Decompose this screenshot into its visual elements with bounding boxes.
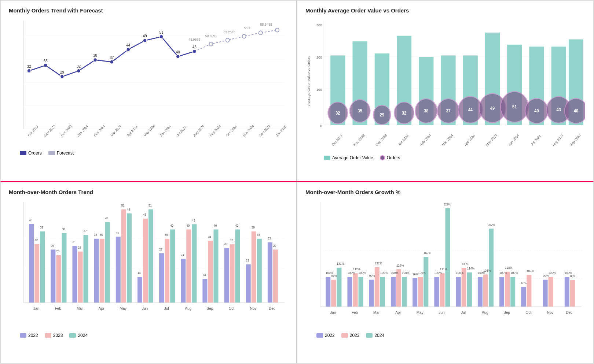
panel1-legend: Orders Forecast [9, 151, 288, 156]
svg-text:34: 34 [208, 235, 211, 238]
legend-orders2-color [380, 155, 385, 160]
svg-rect-166 [192, 224, 197, 302]
svg-rect-245 [467, 272, 472, 307]
panel1-title: Monthly Orders Trend with Forecast [9, 7, 288, 14]
svg-point-32 [192, 49, 196, 53]
svg-text:29: 29 [60, 70, 64, 74]
legend-2022-color [20, 333, 26, 338]
legend4-2023: 2023 [341, 333, 360, 338]
svg-text:31: 31 [72, 240, 76, 244]
svg-point-35 [242, 34, 246, 38]
svg-point-23 [44, 63, 47, 67]
svg-rect-201 [326, 277, 330, 307]
svg-text:35: 35 [165, 233, 168, 237]
svg-rect-171 [202, 279, 207, 303]
svg-text:Jun 2024: Jun 2024 [160, 125, 172, 137]
svg-text:114%: 114% [467, 267, 475, 270]
svg-text:40: 40 [170, 224, 173, 227]
svg-point-37 [275, 28, 279, 32]
legend4-2024: 2024 [366, 333, 384, 338]
svg-text:Dec 2023: Dec 2023 [60, 124, 73, 137]
svg-text:Nov: Nov [547, 310, 554, 315]
svg-text:108%: 108% [483, 268, 491, 272]
svg-text:100%: 100% [347, 271, 355, 275]
svg-text:32: 32 [336, 111, 340, 115]
svg-text:Jul: Jul [461, 310, 466, 315]
legend-orders2: Orders [380, 155, 400, 160]
svg-rect-230 [418, 277, 423, 307]
svg-text:Aug: Aug [185, 306, 191, 311]
svg-rect-117 [40, 231, 45, 302]
panel4-title: Month-over-Month Orders Growth % [305, 189, 585, 195]
svg-text:Oct 2023: Oct 2023 [27, 125, 39, 137]
svg-text:May 2024: May 2024 [485, 133, 498, 147]
svg-point-26 [94, 58, 97, 62]
svg-text:40: 40 [213, 224, 217, 227]
svg-text:100%: 100% [456, 271, 464, 275]
legend-forecast: Forecast [48, 151, 74, 156]
svg-text:43: 43 [192, 45, 197, 49]
svg-text:29: 29 [273, 244, 276, 247]
svg-point-29 [143, 38, 147, 42]
panel3-legend: 2022 2023 2024 [9, 333, 288, 338]
svg-rect-251 [483, 274, 488, 307]
svg-text:100%: 100% [434, 271, 442, 275]
svg-text:300: 300 [316, 23, 322, 27]
svg-rect-216 [375, 267, 380, 307]
svg-text:46: 46 [143, 213, 146, 216]
svg-text:40: 40 [534, 109, 539, 114]
dashboard: Monthly Orders Trend with Forecast Oct 2… [0, 0, 594, 364]
svg-rect-178 [224, 248, 229, 302]
svg-text:44: 44 [126, 43, 130, 47]
svg-rect-165 [186, 230, 191, 303]
svg-point-25 [77, 69, 80, 73]
svg-point-36 [259, 31, 263, 35]
panel4-chart: 100% 91% 131% Jan 100% 112% 100% Feb 90%… [305, 198, 585, 354]
grouped-bar-chart: 43 32 39 Jan 29 26 38 Feb 31 28 37 Mar [9, 198, 288, 331]
svg-text:40: 40 [176, 50, 180, 54]
svg-text:118%: 118% [505, 266, 513, 270]
svg-text:35: 35 [358, 109, 362, 114]
svg-rect-180 [235, 230, 240, 303]
svg-text:35: 35 [100, 233, 103, 237]
svg-text:0: 0 [320, 123, 322, 127]
bar-chart-svg: Average Order Value vs Orders 0 100 200 … [305, 16, 585, 153]
svg-rect-250 [478, 277, 483, 307]
svg-text:90%: 90% [369, 274, 375, 278]
svg-text:28: 28 [78, 246, 81, 249]
svg-text:Jun: Jun [439, 310, 444, 315]
svg-text:50.6091: 50.6091 [205, 34, 217, 38]
svg-rect-243 [456, 277, 461, 307]
growth-bar-chart: 100% 91% 131% Jan 100% 112% 100% Feb 90%… [305, 198, 585, 331]
svg-text:52.2545: 52.2545 [223, 30, 235, 34]
svg-rect-210 [359, 277, 363, 307]
svg-rect-223 [396, 269, 401, 307]
panel-orders-trend: Monthly Orders Trend with Forecast Oct 2… [0, 0, 297, 182]
svg-text:Dec: Dec [269, 306, 275, 311]
svg-rect-193 [273, 249, 278, 302]
svg-text:Jan 2024: Jan 2024 [397, 133, 410, 147]
svg-rect-224 [402, 277, 407, 307]
legend4-2022-label: 2022 [325, 333, 335, 338]
svg-rect-145 [127, 213, 132, 303]
line-chart-svg: Oct 2023 Nov 2023 Dec 2023 Jan 2024 Feb … [9, 16, 288, 148]
svg-rect-217 [380, 277, 385, 307]
svg-text:200: 200 [316, 55, 322, 59]
svg-text:66%: 66% [521, 281, 527, 285]
svg-rect-172 [208, 241, 213, 302]
svg-text:100%: 100% [510, 271, 518, 275]
svg-text:26: 26 [56, 249, 59, 253]
svg-rect-269 [543, 280, 548, 307]
svg-rect-257 [499, 277, 504, 307]
panel-mom-trend: Month-over-Month Orders Trend 43 32 39 [0, 182, 297, 364]
svg-text:Dec 2023: Dec 2023 [375, 133, 388, 147]
svg-rect-158 [165, 239, 169, 302]
svg-text:Mar 2024: Mar 2024 [441, 133, 454, 147]
svg-rect-115 [29, 224, 34, 302]
svg-rect-203 [337, 268, 341, 307]
svg-text:Nov 2023: Nov 2023 [44, 124, 56, 137]
svg-text:Sep: Sep [207, 306, 213, 311]
svg-text:Jan: Jan [330, 310, 336, 315]
svg-point-27 [110, 60, 114, 64]
svg-text:Average Order Value vs Orders: Average Order Value vs Orders [307, 56, 311, 106]
